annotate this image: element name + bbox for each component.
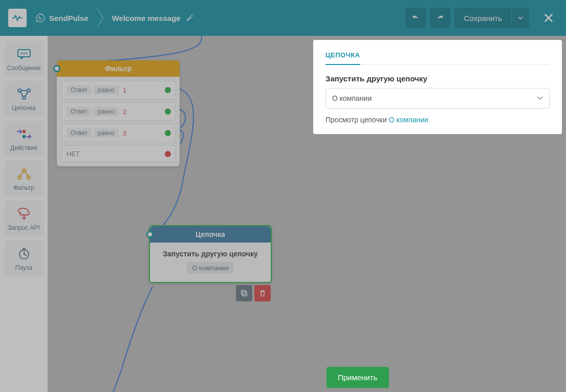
sidebar-item-label: Пауза <box>7 264 41 271</box>
node-output-port[interactable] <box>165 87 171 93</box>
filter-field: Ответ <box>67 128 92 138</box>
sidebar-item-label: Фильтр <box>7 184 41 191</box>
sidebar-item-filter[interactable]: Фильтр <box>5 161 43 197</box>
action-icon <box>16 129 32 139</box>
svg-point-3 <box>26 53 27 54</box>
node-copy-button[interactable] <box>236 285 252 301</box>
chain-select[interactable]: О компании <box>325 88 550 108</box>
api-icon <box>17 208 31 220</box>
properties-panel: ЦЕПОЧКА Запустить другую цепочку О компа… <box>313 40 562 392</box>
pulse-icon <box>12 14 23 21</box>
filter-node-body: Ответ равно 1 Ответ равно 2 Ответ равно … <box>57 77 180 166</box>
save-dropdown-button[interactable] <box>512 8 529 28</box>
svg-rect-7 <box>23 130 26 133</box>
filter-op: равно <box>94 107 119 116</box>
svg-rect-8 <box>23 135 26 138</box>
sidebar-item-label: Цепочка <box>7 104 41 112</box>
sidebar-item-chain[interactable]: Цепочка <box>5 81 43 117</box>
panel-card: ЦЕПОЧКА Запустить другую цепочку О компа… <box>313 40 562 134</box>
filter-value: 1 <box>123 86 126 94</box>
sidebar-item-message[interactable]: Сообщение <box>5 41 43 77</box>
filter-condition-row[interactable]: Ответ равно 3 <box>61 124 176 142</box>
message-icon <box>17 49 31 60</box>
save-button-group: Сохранить <box>454 8 529 28</box>
sidebar: Сообщение Цепочка Действие Фильтр Запрос… <box>0 36 48 392</box>
node-action-bar <box>236 285 271 301</box>
node-output-port[interactable] <box>165 151 171 157</box>
preview-link[interactable]: О компании <box>389 116 428 124</box>
node-delete-button[interactable] <box>254 285 271 301</box>
panel-field-label: Запустить другую цепочку <box>325 74 550 83</box>
close-button[interactable] <box>539 9 558 27</box>
chevron-down-icon <box>518 16 523 19</box>
save-button[interactable]: Сохранить <box>454 8 512 28</box>
breadcrumb-brand[interactable]: SendPulse <box>36 13 89 23</box>
filter-value: 2 <box>123 108 126 116</box>
chain-node-header: Цепочка <box>150 226 271 243</box>
filter-field: Ответ <box>67 107 92 116</box>
filter-value: 3 <box>123 129 126 137</box>
filter-icon <box>17 168 31 180</box>
node-input-port[interactable] <box>53 65 60 72</box>
breadcrumb-flow[interactable]: Welcome message <box>112 14 194 23</box>
undo-button[interactable] <box>405 8 426 28</box>
svg-rect-13 <box>243 292 247 296</box>
app-header: SendPulse Welcome message Сохранить <box>0 0 566 36</box>
sidebar-item-api[interactable]: Запрос API <box>5 201 43 236</box>
chain-icon <box>16 88 32 100</box>
sidebar-item-label: Запрос API <box>7 224 41 231</box>
node-input-port[interactable] <box>146 231 154 238</box>
filter-node[interactable]: Фильтр Ответ равно 1 Ответ равно 2 Ответ… <box>57 60 180 166</box>
whatsapp-icon <box>36 13 45 23</box>
redo-button[interactable] <box>430 8 450 28</box>
chain-body-value: О компании <box>187 262 234 274</box>
panel-tab[interactable]: ЦЕПОЧКА <box>325 51 360 65</box>
apply-button[interactable]: Применить <box>326 367 389 388</box>
pause-icon <box>18 248 30 260</box>
brand-name: SendPulse <box>49 14 89 23</box>
header-actions: Сохранить <box>405 8 558 28</box>
chain-node-body: Запустить другую цепочку О компании <box>150 243 271 282</box>
filter-else-label: НЕТ <box>67 150 80 158</box>
close-icon <box>543 12 554 24</box>
sidebar-item-pause[interactable]: Пауза <box>5 241 43 276</box>
sidebar-item-label: Действие <box>7 144 41 151</box>
filter-condition-row[interactable]: Ответ равно 2 <box>61 102 176 121</box>
node-output-port[interactable] <box>165 108 171 115</box>
panel-preview-row: Просмотр цепочки О компании <box>325 116 550 124</box>
svg-rect-14 <box>242 291 246 295</box>
filter-op: равно <box>94 85 119 95</box>
sidebar-item-label: Сообщение <box>7 64 41 72</box>
breadcrumb-separator-icon <box>95 8 106 28</box>
filter-field: Ответ <box>67 85 92 95</box>
filter-op: равно <box>94 128 119 138</box>
filter-else-row[interactable]: НЕТ <box>61 145 176 162</box>
node-output-port[interactable] <box>165 130 171 136</box>
preview-prefix: Просмотр цепочки <box>325 116 389 124</box>
svg-point-1 <box>20 53 22 54</box>
filter-node-header: Фильтр <box>57 60 180 77</box>
app-logo <box>8 9 27 27</box>
undo-icon <box>411 13 420 23</box>
filter-condition-row[interactable]: Ответ равно 1 <box>61 81 176 99</box>
edit-icon[interactable] <box>186 14 194 22</box>
svg-point-2 <box>23 53 25 54</box>
copy-icon <box>240 289 248 297</box>
sidebar-item-action[interactable]: Действие <box>5 121 43 157</box>
redo-icon <box>436 13 445 23</box>
chain-body-title: Запустить другую цепочку <box>155 250 266 258</box>
chain-node[interactable]: Цепочка Запустить другую цепочку О компа… <box>149 225 272 283</box>
trash-icon <box>258 289 267 297</box>
flow-name: Welcome message <box>112 14 181 23</box>
